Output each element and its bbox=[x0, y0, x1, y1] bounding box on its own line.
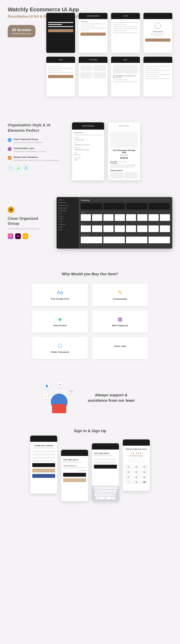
product-image bbox=[110, 132, 138, 147]
xd-icon: Xd bbox=[15, 234, 21, 239]
cog-title: Clean Organized Group bbox=[8, 216, 49, 226]
badge-number: 83 Screens bbox=[12, 28, 31, 32]
mockup-categories: CATEGORIES bbox=[79, 57, 108, 96]
why-buy-section: Why Would you Buy Our Item? AaFree Googl… bbox=[0, 262, 180, 373]
hero-title: Watchly Ecommerce Ui App bbox=[8, 6, 172, 12]
organization-section: Organization Style & UI Elements Perfect… bbox=[0, 115, 180, 188]
mockup-filter-light: FILTER bbox=[46, 57, 75, 96]
blog-title: Top 10 Watches you should buy in the nex… bbox=[113, 75, 138, 78]
keypad-key: 3 bbox=[141, 465, 148, 469]
keypad-key: 1 bbox=[125, 465, 132, 469]
sketch-icon: ◆ bbox=[23, 234, 28, 239]
feature-label: Free Google Font bbox=[36, 298, 84, 300]
why-card: ▦Well Organized bbox=[92, 310, 148, 332]
why-card: ⬡Flutter framework bbox=[32, 337, 88, 359]
pen-icon: ✎ bbox=[8, 147, 11, 151]
person-icon: 👤 bbox=[44, 384, 49, 388]
why-grid: AaFree Google Font✎Customizable◈Pixel Pe… bbox=[32, 284, 148, 359]
graduation-cap-icon: 🎓 bbox=[8, 206, 14, 213]
figma-layer-item: ▸ Pages bbox=[58, 198, 77, 201]
keypad-key: 8 bbox=[133, 475, 140, 479]
mockup-create-account: Create your account Lorem ipsum dolor si… bbox=[30, 436, 57, 494]
feature-label: Clean code bbox=[96, 345, 144, 348]
mockup-shipping: SHIPPING ADDRESS Office Place bbox=[79, 13, 108, 53]
figma-layer-item: ▸ Components bbox=[58, 210, 77, 212]
otp-phone: +1 213 3456783 bbox=[125, 452, 148, 457]
keypad-key: 0 bbox=[133, 480, 140, 484]
support-section: 👤 ⚙ 💬 ✉ Always support & assistence from… bbox=[0, 373, 180, 422]
mockup-order-placed: ✓ Order placed bbox=[144, 13, 172, 53]
screens-badge: 83 Screens Beautiful & Clean Design bbox=[8, 25, 35, 37]
feature-customizable: ✎ Customizable Layer Every Layer are Cus… bbox=[8, 147, 62, 153]
feature-label: Customizable bbox=[96, 298, 144, 300]
figma-layer-item: ▸ Inputs bbox=[58, 226, 77, 228]
why-card: Clean code bbox=[92, 337, 148, 359]
mockup-grid-row2: FILTER CATEGORIES BLOG To bbox=[46, 57, 172, 96]
platform-icons: ⚛ ▲ A bbox=[8, 165, 62, 171]
feature-clean-organized: ☰ Clean Organized Group Layer & componen… bbox=[8, 138, 62, 144]
figma-layer-item: ▸ Categories bbox=[58, 223, 77, 226]
clean-organized-section: 🎓 Clean Organized Group Layer & Componen… bbox=[0, 188, 180, 262]
globe-icon: ◉ bbox=[8, 156, 11, 160]
support-text: Always support & assistence from our tea… bbox=[85, 392, 137, 403]
numeric-keypad: 123456789.0⌫ bbox=[125, 465, 148, 484]
figma-layer-item: ▸ Cards bbox=[58, 220, 77, 223]
figma-layer-item: ▸ Nav bbox=[58, 212, 77, 215]
product-name: The Ambasador Heritage 1950 bbox=[110, 149, 138, 154]
appstore-icon: A bbox=[23, 165, 29, 171]
react-icon: ⚛ bbox=[8, 165, 14, 171]
mockup-filter-dark bbox=[46, 13, 75, 53]
keypad-key: ⌫ bbox=[141, 480, 148, 484]
feature-icon: ◈ bbox=[36, 316, 84, 322]
mockup-signin-1: Let's sign you in. Welcome back you've b… bbox=[61, 450, 88, 501]
android-icon: ▲ bbox=[15, 165, 21, 171]
figma-icon: F bbox=[8, 234, 13, 239]
gear-icon: ⚙ bbox=[57, 382, 62, 387]
order-placed-title: Order placed bbox=[145, 31, 171, 32]
figma-layer-item: ▸ Buttons bbox=[58, 218, 77, 220]
why-card: AaFree Google Font bbox=[32, 284, 88, 306]
figma-layer-item: ▸ Chips bbox=[58, 228, 77, 231]
mockup-otp: Enter the 4 digit code sent to +1 213 34… bbox=[123, 440, 150, 491]
mockup-checkins: FILTER bbox=[111, 13, 140, 53]
why-card: ◈Pixel Perfect bbox=[32, 310, 88, 332]
signin-section: Sign In & Sign Up Create your account Lo… bbox=[0, 422, 180, 516]
mail-icon: ✉ bbox=[43, 394, 48, 399]
feature-icon: Aa bbox=[36, 290, 84, 295]
mockup-shipping-address-lg: SHIPPING ADDRESS Default Place STREET 01… bbox=[72, 122, 104, 180]
keypad-key: 4 bbox=[125, 470, 132, 474]
cog-desc: Layer & Component are well Organized bbox=[8, 228, 49, 230]
mockup-blog: BLOG Top 10 Watches you should buy in th… bbox=[111, 57, 140, 96]
design-tool-icons: F Xd ◆ bbox=[8, 234, 49, 239]
keypad-key: 2 bbox=[133, 465, 140, 469]
figma-layer-item: ▸ Categories View bbox=[58, 204, 77, 207]
feature-icon: ✎ bbox=[96, 290, 144, 296]
mobile-keyboard: QWERTYUIOP ASDFGHJKL ⇧ZXCVBNM⌫ 123spaceG… bbox=[92, 486, 119, 501]
figma-layers-panel: ▸ Pages▸ Onboarding▸ Categories View▸ Wa… bbox=[57, 197, 78, 248]
success-check-icon: ✓ bbox=[155, 23, 161, 29]
product-rating: ★★★★★ bbox=[110, 154, 138, 156]
product-price: $239.00 bbox=[110, 157, 138, 159]
badge-text: Beautiful & Clean Design bbox=[12, 32, 31, 34]
figma-layer-item: ▸ Tab Bar bbox=[58, 215, 77, 218]
signin-title: Sign In & Sign Up bbox=[8, 429, 172, 433]
org-title: Organization Style & UI Elements Perfect bbox=[8, 122, 62, 133]
chat-icon: 💬 bbox=[69, 389, 74, 394]
feature-label: Well Organized bbox=[96, 324, 144, 327]
mockup-grid-row1: SHIPPING ADDRESS Office Place FILTER ✓ O… bbox=[46, 13, 172, 53]
keypad-key: 7 bbox=[125, 475, 132, 479]
feature-label: Pixel Perfect bbox=[36, 324, 84, 327]
feature-icon: ⬡ bbox=[36, 342, 84, 348]
keypad-key: 5 bbox=[133, 470, 140, 474]
layers-icon: ☰ bbox=[8, 138, 11, 142]
feature-label: Flutter framework bbox=[36, 351, 84, 354]
mockup-list bbox=[144, 57, 172, 96]
support-illustration: 👤 ⚙ 💬 ✉ bbox=[43, 382, 76, 413]
why-title: Why Would you Buy Our Item? bbox=[8, 272, 172, 276]
hero-section: Watchly Ecommerce Ui App ReactNative UI … bbox=[0, 0, 180, 115]
figma-layer-item: ▸ Onboarding bbox=[58, 201, 77, 204]
mockup-header: SHIPPING ADDRESS bbox=[79, 13, 108, 19]
keypad-key: . bbox=[125, 480, 132, 484]
figma-screenshot: ▸ Pages▸ Onboarding▸ Categories View▸ Wa… bbox=[57, 197, 172, 248]
mockup-signin-keyboard: Let's sign you in. Welcome back you've b… bbox=[92, 443, 119, 501]
